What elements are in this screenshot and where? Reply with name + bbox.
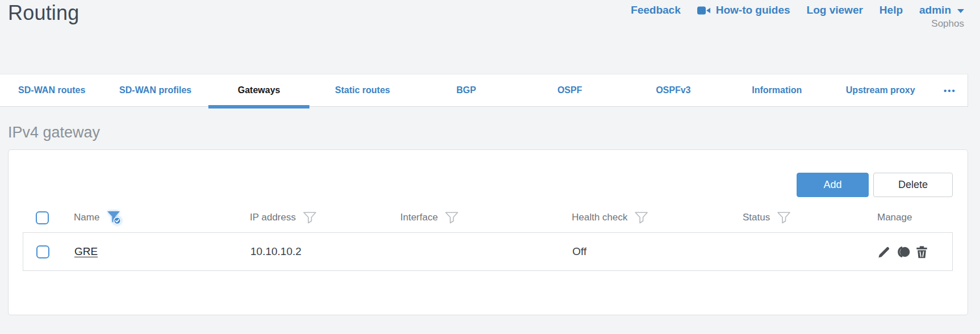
tab-overflow-ellipsis[interactable]: ••• [932, 74, 968, 106]
routing-tab-bar: SD-WAN routes SD-WAN profiles Gateways S… [0, 74, 968, 107]
tab-sdwan-routes[interactable]: SD-WAN routes [0, 74, 103, 106]
column-header-health-check: Health check [572, 211, 743, 224]
brand-label: Sophos [931, 18, 964, 30]
user-menu[interactable]: admin [919, 4, 964, 16]
feedback-label: Feedback [631, 4, 681, 16]
health-check-cell: Off [572, 245, 743, 258]
tab-information[interactable]: Information [725, 74, 828, 106]
help-label: Help [880, 4, 903, 16]
column-header-status: Status [743, 211, 877, 224]
gateway-name-link[interactable]: GRE [74, 245, 98, 257]
column-label: Health check [572, 212, 627, 223]
edit-icon[interactable] [878, 245, 891, 258]
how-to-guides-label: How-to guides [716, 4, 790, 16]
video-camera-icon [697, 6, 711, 15]
column-header-name: Name [74, 210, 250, 225]
column-header-interface: Interface [400, 211, 572, 224]
column-label: Manage [877, 212, 912, 223]
table-row: GRE 10.10.10.2 Off [23, 232, 953, 271]
delete-trash-icon[interactable] [915, 245, 928, 258]
column-label: Status [743, 212, 770, 223]
log-viewer-link[interactable]: Log viewer [807, 4, 863, 16]
log-viewer-label: Log viewer [807, 4, 863, 16]
column-label: Interface [400, 212, 438, 223]
filter-icon[interactable] [777, 211, 791, 224]
tab-sdwan-profiles[interactable]: SD-WAN profiles [103, 74, 207, 106]
filter-icon[interactable] [445, 211, 459, 224]
tab-gateways[interactable]: Gateways [207, 74, 311, 106]
manage-cell [878, 245, 952, 258]
filter-icon[interactable] [303, 211, 317, 224]
add-button[interactable]: Add [797, 173, 869, 197]
top-header: Routing Feedback How-to guides Log viewe… [0, 0, 980, 74]
row-checkbox[interactable] [36, 245, 49, 258]
ip-address-cell: 10.10.10.2 [250, 245, 401, 258]
column-label: IP address [250, 212, 296, 223]
how-to-guides-link[interactable]: How-to guides [697, 4, 790, 16]
user-menu-label: admin [919, 4, 951, 16]
ipv4-gateway-card: Add Delete Name IP address Interface [8, 149, 968, 315]
column-header-ip-address: IP address [250, 211, 400, 224]
tab-ospf[interactable]: OSPF [518, 74, 621, 106]
tab-static-routes[interactable]: Static routes [311, 74, 414, 106]
caret-down-icon [957, 9, 964, 13]
tab-ospfv3[interactable]: OSPFv3 [622, 74, 725, 106]
section-heading: IPv4 gateway [8, 124, 980, 141]
delete-button[interactable]: Delete [873, 173, 953, 197]
tab-bgp[interactable]: BGP [414, 74, 518, 106]
help-link[interactable]: Help [880, 4, 903, 16]
header-links: Feedback How-to guides Log viewer Help a… [631, 4, 964, 30]
clone-icon[interactable] [896, 245, 910, 258]
page-title: Routing [8, 1, 79, 25]
table-toolbar: Add Delete [23, 173, 953, 197]
filter-applied-icon[interactable] [106, 210, 122, 225]
tab-upstream-proxy[interactable]: Upstream proxy [829, 74, 932, 106]
feedback-link[interactable]: Feedback [631, 4, 681, 16]
select-all-checkbox[interactable] [36, 211, 49, 224]
filter-icon[interactable] [634, 211, 648, 224]
table-header-row: Name IP address Interface Health check [23, 204, 953, 231]
column-header-manage: Manage [877, 212, 953, 223]
column-label: Name [74, 212, 99, 223]
